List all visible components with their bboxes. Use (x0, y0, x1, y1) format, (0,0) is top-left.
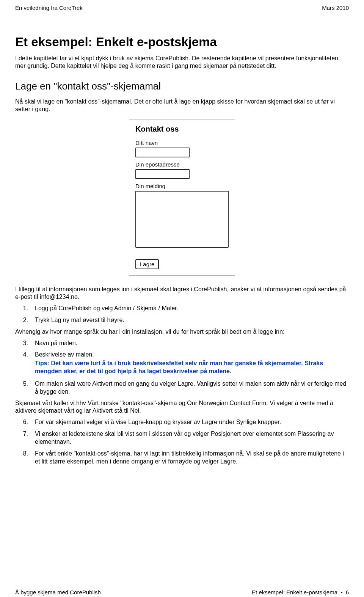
after-sketch-paragraph: I tillegg til at informasjonen som legge… (15, 286, 349, 301)
sketch-input-email (135, 169, 190, 179)
section-heading: Lage en "kontakt oss"-skjemamal (15, 80, 349, 93)
footer-right: Et eksempel: Enkelt e-postskjema • 6 (252, 589, 349, 595)
step-text: Om malen skal være Aktivert med en gang … (35, 380, 349, 396)
step-item: 1. Logg på CorePublish og velg Admin / S… (15, 305, 349, 313)
section-intro: Nå skal vi lage en "kontakt oss"-skjemam… (15, 98, 349, 113)
step-item: 4. Beskrivelse av malen. Tips: Det kan v… (15, 351, 349, 376)
page-footer: Å bygge skjema med CorePublish Et eksemp… (15, 588, 349, 595)
sketch-input-name (135, 148, 190, 157)
footer-section: Et eksempel: Enkelt e-postskjema (252, 589, 337, 595)
step-number: 3. (15, 339, 35, 347)
step-item: 3. Navn på malen. (15, 339, 349, 347)
sketch-textarea-message (135, 191, 229, 248)
header-left: En veiledning fra CoreTrek (15, 5, 83, 11)
intro-paragraph: I dette kapittelet tar vi et kjapt dykk … (15, 55, 349, 70)
step-item: 2. Trykk Lag ny mal øverst til høyre. (15, 316, 349, 324)
step-text: Navn på malen. (35, 339, 349, 347)
step-number: 1. (15, 305, 35, 313)
step-text: Logg på CorePublish og velg Admin / Skje… (35, 305, 349, 313)
step-number: 5. (15, 380, 35, 396)
step-text: Trykk Lag ny mal øverst til høyre. (35, 316, 349, 324)
header-right: Mars 2010 (322, 5, 349, 11)
page-title: Et eksempel: Enkelt e-postskjema (15, 35, 349, 49)
mid-paragraph-2: Skjemaet vårt kaller vi hhv Vårt norske … (15, 399, 349, 415)
step-item: 5. Om malen skal være Aktivert med en ga… (15, 380, 349, 396)
sketch-title: Kontakt oss (135, 125, 229, 134)
sketch-save-button: Lagre (135, 259, 159, 269)
step-number: 8. (15, 450, 35, 466)
footer-page-number: 6 (346, 589, 349, 595)
steps-list-1: 1. Logg på CorePublish og velg Admin / S… (15, 305, 349, 324)
sketch-label-message: Din melding (135, 183, 229, 189)
footer-left: Å bygge skjema med CorePublish (15, 589, 101, 595)
step-number: 2. (15, 316, 35, 324)
step-item: 7. Vi ønsker at ledetekstene skal bli vi… (15, 430, 349, 446)
tip-text: Tips: Det kan være lurt å ta i bruk besk… (35, 360, 349, 375)
step-number: 7. (15, 430, 35, 446)
step-number: 4. (15, 351, 35, 376)
sketch-figure: Kontakt oss Ditt navn Din epostadresse D… (15, 119, 349, 276)
contact-form-sketch: Kontakt oss Ditt navn Din epostadresse D… (129, 119, 235, 276)
steps-list-3: 6. For vår skjemamal velger vi å vise La… (15, 418, 349, 465)
step-number: 6. (15, 418, 35, 426)
mid-paragraph-1: Avhengig av hvor mange språk du har i di… (15, 328, 349, 336)
step-item: 8. For vårt enkle "kontakt-oss"-skjema, … (15, 450, 349, 466)
sketch-label-name: Ditt navn (135, 140, 229, 146)
step-text: For vårt enkle "kontakt-oss"-skjema, har… (35, 450, 349, 466)
step-text: Beskrivelse av malen. (35, 351, 349, 359)
steps-list-2: 3. Navn på malen. 4. Beskrivelse av male… (15, 339, 349, 396)
step-text: For vår skjemamal velger vi å vise Lagre… (35, 418, 349, 426)
sketch-label-email: Din epostadresse (135, 161, 229, 168)
page-header: En veiledning fra CoreTrek Mars 2010 (15, 5, 349, 12)
step-text: Vi ønsker at ledetekstene skal bli vist … (35, 430, 349, 446)
footer-bullet: • (340, 589, 342, 595)
step-item: 6. For vår skjemamal velger vi å vise La… (15, 418, 349, 426)
